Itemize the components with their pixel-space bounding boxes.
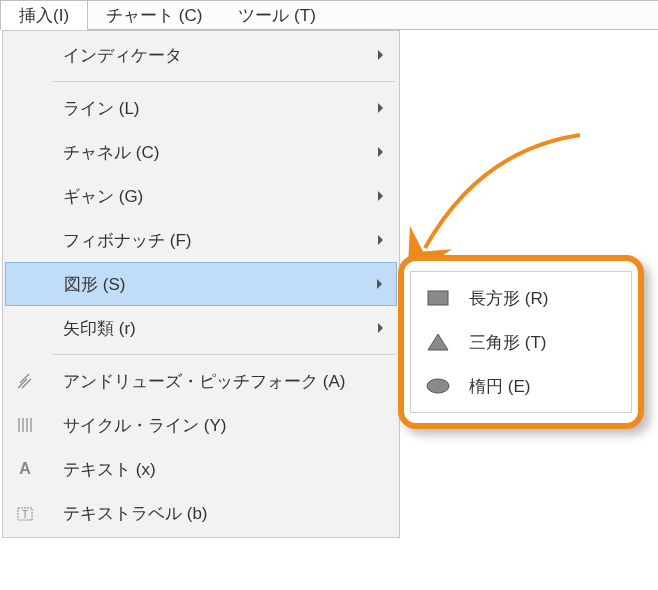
menu-item-label: テキストラベル (b) bbox=[39, 502, 397, 525]
menubar: 挿入(I) チャート (C) ツール (T) bbox=[0, 0, 658, 30]
menu-separator bbox=[53, 81, 395, 82]
menu-item-label: フィボナッチ (F) bbox=[39, 229, 397, 252]
submenu-arrow-icon bbox=[378, 323, 383, 333]
submenu-item-triangle[interactable]: 三角形 (T) bbox=[413, 320, 629, 364]
menu-item-label: ギャン (G) bbox=[39, 185, 397, 208]
submenu-arrow-icon bbox=[378, 103, 383, 113]
svg-text:T: T bbox=[22, 509, 28, 520]
menu-item-fibonacci[interactable]: フィボナッチ (F) bbox=[5, 218, 397, 262]
svg-point-11 bbox=[427, 379, 449, 393]
menu-item-label: 図形 (S) bbox=[40, 273, 396, 296]
text-label-icon: T bbox=[11, 503, 39, 523]
menu-item-label: ライン (L) bbox=[39, 97, 397, 120]
menubar-chart-label: チャート (C) bbox=[106, 6, 202, 25]
shapes-submenu: 長方形 (R) 三角形 (T) 楕円 (E) bbox=[410, 271, 632, 413]
menu-item-label: 矢印類 (r) bbox=[39, 317, 397, 340]
pitchfork-icon bbox=[11, 371, 39, 391]
submenu-item-label: 楕円 (E) bbox=[453, 375, 530, 398]
submenu-arrow-icon bbox=[377, 279, 382, 289]
menu-item-channel[interactable]: チャネル (C) bbox=[5, 130, 397, 174]
menu-item-arrows[interactable]: 矢印類 (r) bbox=[5, 306, 397, 350]
menu-item-label: サイクル・ライン (Y) bbox=[39, 414, 397, 437]
submenu-arrow-icon bbox=[378, 50, 383, 60]
menu-item-andrews-pitchfork[interactable]: アンドリューズ・ピッチフォーク (A) bbox=[5, 359, 397, 403]
insert-menu-dropdown: インディケータ ライン (L) チャネル (C) ギャン (G) フィボナッチ … bbox=[2, 30, 400, 538]
submenu-arrow-icon bbox=[378, 147, 383, 157]
cycle-line-icon bbox=[11, 415, 39, 435]
menu-item-label: インディケータ bbox=[39, 44, 397, 67]
ellipse-icon bbox=[423, 378, 453, 394]
svg-marker-10 bbox=[428, 334, 448, 350]
menu-item-cycle-line[interactable]: サイクル・ライン (Y) bbox=[5, 403, 397, 447]
menubar-tool[interactable]: ツール (T) bbox=[220, 1, 333, 29]
submenu-item-label: 長方形 (R) bbox=[453, 287, 548, 310]
text-icon: A bbox=[11, 460, 39, 478]
menu-item-text-label[interactable]: T テキストラベル (b) bbox=[5, 491, 397, 535]
menubar-tool-label: ツール (T) bbox=[238, 6, 315, 25]
menubar-insert[interactable]: 挿入(I) bbox=[0, 1, 88, 29]
svg-rect-9 bbox=[428, 291, 448, 305]
shapes-submenu-callout: 長方形 (R) 三角形 (T) 楕円 (E) bbox=[398, 255, 644, 429]
submenu-item-rectangle[interactable]: 長方形 (R) bbox=[413, 276, 629, 320]
menubar-chart[interactable]: チャート (C) bbox=[88, 1, 220, 29]
submenu-arrow-icon bbox=[378, 235, 383, 245]
menu-item-indicator[interactable]: インディケータ bbox=[5, 33, 397, 77]
menu-item-label: アンドリューズ・ピッチフォーク (A) bbox=[39, 370, 397, 393]
menu-item-gann[interactable]: ギャン (G) bbox=[5, 174, 397, 218]
menu-item-label: チャネル (C) bbox=[39, 141, 397, 164]
submenu-item-label: 三角形 (T) bbox=[453, 331, 546, 354]
menu-item-line[interactable]: ライン (L) bbox=[5, 86, 397, 130]
menu-separator bbox=[53, 354, 395, 355]
submenu-item-ellipse[interactable]: 楕円 (E) bbox=[413, 364, 629, 408]
menu-item-label: テキスト (x) bbox=[39, 458, 397, 481]
rectangle-icon bbox=[423, 290, 453, 306]
triangle-icon bbox=[423, 333, 453, 351]
menu-item-text[interactable]: A テキスト (x) bbox=[5, 447, 397, 491]
menu-item-shapes[interactable]: 図形 (S) bbox=[5, 262, 397, 306]
menubar-insert-label: 挿入(I) bbox=[19, 6, 69, 25]
submenu-arrow-icon bbox=[378, 191, 383, 201]
